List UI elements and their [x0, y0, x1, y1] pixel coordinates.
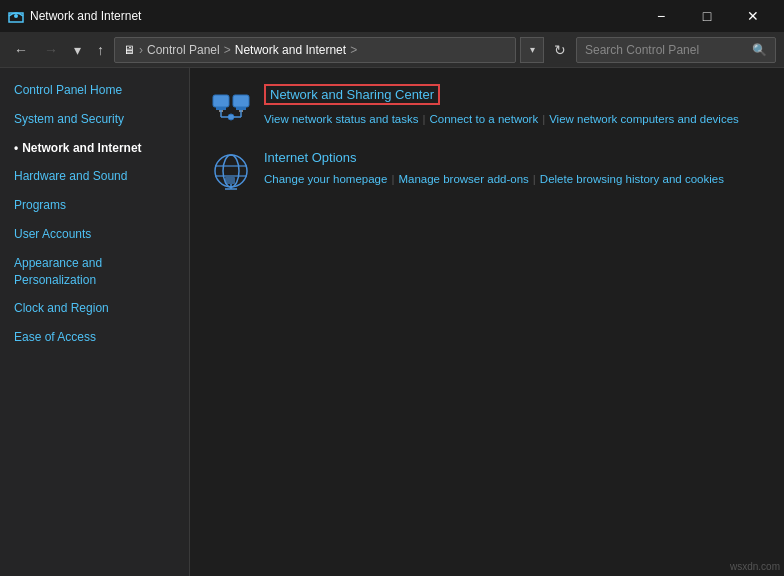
svg-rect-3 [216, 107, 226, 110]
address-bar: ← → ▾ ↑ 🖥 › Control Panel > Network and … [0, 32, 784, 68]
network-sharing-icon [210, 84, 252, 126]
separator: | [391, 173, 394, 185]
forward-button[interactable]: → [38, 38, 64, 62]
internet-options-links: Change your homepage|Manage browser add-… [264, 169, 724, 190]
window-controls: − □ ✕ [638, 0, 776, 32]
sidebar-item-user-accounts[interactable]: User Accounts [0, 220, 189, 249]
title-bar: Network and Internet − □ ✕ [0, 0, 784, 32]
svg-rect-6 [236, 107, 246, 110]
path-segment-2: Network and Internet [235, 43, 346, 57]
path-dropdown-button[interactable]: ▾ [520, 37, 544, 63]
sidebar-item-control-panel-home[interactable]: Control Panel Home [0, 76, 189, 105]
window-title: Network and Internet [30, 9, 638, 23]
watermark: wsxdn.com [730, 561, 780, 572]
svg-rect-5 [233, 95, 249, 107]
sidebar-item-appearance-and-personalization[interactable]: Appearance and Personalization [0, 249, 189, 295]
sidebar-item-system-and-security[interactable]: System and Security [0, 105, 189, 134]
delete-history-link[interactable]: Delete browsing history and cookies [540, 173, 724, 185]
main-layout: Control Panel HomeSystem and SecurityNet… [0, 68, 784, 576]
svg-rect-2 [213, 95, 229, 107]
separator: | [422, 113, 425, 125]
search-icon: 🔍 [752, 43, 767, 57]
category-network-sharing: Network and Sharing CenterView network s… [210, 84, 764, 130]
back-button[interactable]: ← [8, 38, 34, 62]
category-internet-options: Internet OptionsChange your homepage|Man… [210, 150, 764, 192]
network-sharing-title[interactable]: Network and Sharing Center [264, 84, 440, 105]
maximize-button[interactable]: □ [684, 0, 730, 32]
sidebar-item-programs[interactable]: Programs [0, 191, 189, 220]
sidebar: Control Panel HomeSystem and SecurityNet… [0, 68, 190, 576]
content-area: Network and Sharing CenterView network s… [190, 68, 784, 576]
sidebar-item-hardware-and-sound[interactable]: Hardware and Sound [0, 162, 189, 191]
manage-addons-link[interactable]: Manage browser add-ons [398, 173, 528, 185]
path-segment-1: Control Panel [147, 43, 220, 57]
internet-options-info: Internet OptionsChange your homepage|Man… [264, 150, 724, 190]
close-button[interactable]: ✕ [730, 0, 776, 32]
svg-rect-17 [225, 177, 235, 184]
network-sharing-info: Network and Sharing CenterView network s… [264, 84, 739, 130]
internet-options-icon [210, 150, 252, 192]
svg-point-1 [14, 14, 18, 18]
change-homepage-link[interactable]: Change your homepage [264, 173, 387, 185]
path-icon: 🖥 [123, 43, 135, 57]
up-button[interactable]: ↑ [91, 38, 110, 62]
separator: | [533, 173, 536, 185]
internet-options-title[interactable]: Internet Options [264, 150, 357, 165]
view-computers-link[interactable]: View network computers and devices [549, 113, 739, 125]
network-sharing-links: View network status and tasks|Connect to… [264, 109, 739, 130]
dropdown-button[interactable]: ▾ [68, 38, 87, 62]
connect-network-link[interactable]: Connect to a network [429, 113, 538, 125]
sidebar-item-ease-of-access[interactable]: Ease of Access [0, 323, 189, 352]
sidebar-item-clock-and-region[interactable]: Clock and Region [0, 294, 189, 323]
refresh-button[interactable]: ↻ [548, 38, 572, 62]
view-status-link[interactable]: View network status and tasks [264, 113, 418, 125]
address-path[interactable]: 🖥 › Control Panel > Network and Internet… [114, 37, 516, 63]
search-input[interactable] [585, 43, 748, 57]
search-box[interactable]: 🔍 [576, 37, 776, 63]
minimize-button[interactable]: − [638, 0, 684, 32]
separator: | [542, 113, 545, 125]
sidebar-item-network-and-internet: Network and Internet [0, 134, 189, 163]
window-icon [8, 8, 24, 24]
